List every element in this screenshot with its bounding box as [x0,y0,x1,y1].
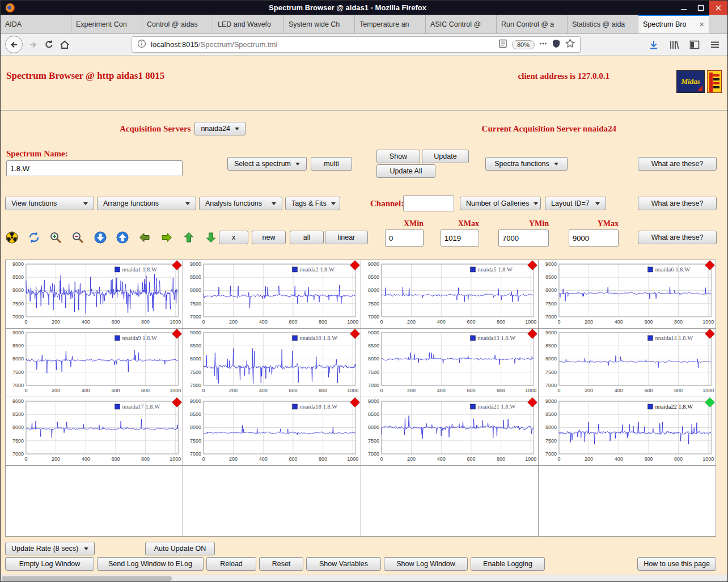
home-button[interactable] [57,37,73,53]
site-info-icon[interactable] [137,39,146,50]
browser-tab-statistics-aida[interactable]: Statistics @ aida [568,15,638,33]
tags-fits-dropdown[interactable]: Tags & Fits [285,197,340,210]
url-text[interactable]: localhost:8015/Spectrum/Spectrum.tml [151,40,494,49]
zoom-in-icon[interactable] [49,231,63,244]
spectrum-plot-nnaida1[interactable]: 7000750080008500900002004006008001000nna… [6,260,183,328]
show-log-window-button[interactable]: Show Log Window [384,557,468,571]
view-functions-dropdown[interactable]: View functions [5,197,94,210]
empty-log-window-button[interactable]: Empty Log Window [5,557,94,571]
update-rate-dropdown[interactable]: Update Rate (8 secs) [5,542,95,555]
update-all-button[interactable]: Update All [376,164,435,178]
download-icon[interactable] [646,37,662,53]
number-of-galleries-dropdown[interactable]: Number of Galleries [460,197,541,210]
browser-tab-run-control-a[interactable]: Run Control @ a [497,15,568,33]
browser-tab-asic-control[interactable]: ASIC Control @ [426,15,497,33]
refresh-icon[interactable] [27,231,41,244]
xmax-input[interactable] [441,230,479,247]
arrange-functions-dropdown[interactable]: Arrange functions [97,197,196,210]
spectrum-plot-nnaida22[interactable]: 7000750080008500900002004006008001000nna… [539,397,716,465]
new-button[interactable]: new [252,231,286,244]
page-actions-icon[interactable] [539,40,547,50]
browser-tab-temperature-an[interactable]: Temperature an [355,15,426,33]
shield-icon[interactable] [552,39,561,50]
svg-text:1000: 1000 [525,456,536,462]
ymin-input[interactable] [498,230,549,247]
what-are-these-button-3[interactable]: What are these? [638,231,717,244]
svg-text:400: 400 [437,319,445,325]
browser-tab-system-wide-ch[interactable]: System wide Ch [284,15,355,33]
forward-button[interactable] [25,37,41,53]
what-are-these-button-2[interactable]: What are these? [638,197,717,210]
svg-text:800: 800 [497,456,505,462]
maximize-icon[interactable] [692,1,709,15]
url-bar[interactable]: localhost:8015/Spectrum/Spectrum.tml 80% [132,36,581,53]
sidebar-toggle-icon[interactable] [687,37,702,53]
daq-logo[interactable] [707,70,722,93]
chevron-down-icon [84,547,88,550]
arrow-down-icon[interactable] [204,231,218,244]
spectrum-plot-nnaida9[interactable]: 7000750080008500900002004006008001000nna… [6,329,183,397]
close-icon[interactable] [709,1,727,15]
spectrum-plot-nnaida10[interactable]: 7000750080008500900002004006008001000nna… [183,329,360,397]
spectrum-plot-nnaida17[interactable]: 7000750080008500900002004006008001000nna… [6,397,183,465]
update-button[interactable]: Update [422,150,469,163]
spectra-functions-dropdown[interactable]: Spectra functions [485,157,568,171]
horizontal-scrollbar[interactable] [1,575,727,581]
spectrum-plot-nnaida18[interactable]: 7000750080008500900002004006008001000nna… [183,397,360,465]
arrow-left-icon[interactable] [138,231,151,244]
arrow-right-icon[interactable] [160,231,173,244]
linear-button[interactable]: linear [325,231,368,244]
midas-logo[interactable]: Midas [676,70,705,93]
reset-button[interactable]: Reset [259,557,303,571]
acquisition-server-select[interactable]: nnaida24 [194,122,245,135]
browser-tab-control-aidas[interactable]: Control @ aidas [142,15,213,33]
browser-tab-led-and-wavefo[interactable]: LED and Wavefo [213,15,284,33]
zoom-level-button[interactable]: 80% [512,40,535,49]
what-are-these-button-1[interactable]: What are these? [638,157,717,171]
spectrum-plot-nnaida2[interactable]: 7000750080008500900002004006008001000nna… [183,260,360,328]
spectrum-plot-nnaida21[interactable]: 7000750080008500900002004006008001000nna… [361,397,538,465]
ymax-input[interactable] [569,230,619,247]
arrow-up-icon[interactable] [182,231,196,244]
url-host: localhost:8015 [151,40,198,49]
all-button[interactable]: all [290,231,324,244]
show-button[interactable]: Show [376,150,420,163]
back-button[interactable] [5,36,23,53]
reload-page-button[interactable]: Reload [206,557,256,571]
how-to-use-button[interactable]: How to use this page [637,557,716,571]
send-log-to-elog-button[interactable]: Send Log Window to ELog [97,557,204,571]
library-icon[interactable] [666,37,682,53]
svg-text:nnaida18 1.8.W: nnaida18 1.8.W [300,403,338,410]
select-spectrum-dropdown[interactable]: Select a spectrum [227,157,307,171]
spectrum-plot-nnaida13[interactable]: 7000750080008500900002004006008001000nna… [361,329,538,397]
spectrum-plot-nnaida5[interactable]: 7000750080008500900002004006008001000nna… [361,260,538,328]
enable-logging-button[interactable]: Enable Logging [471,557,545,571]
zoom-out-icon[interactable] [71,231,85,244]
channel-input[interactable] [403,196,454,211]
circle-arrow-up-icon[interactable] [116,231,129,244]
spectrum-plot-nnaida14[interactable]: 7000750080008500900002004006008001000nna… [539,329,716,397]
x-axis-button[interactable]: x [219,231,248,244]
spectrum-name-input[interactable] [6,160,183,176]
menu-hamburger-icon[interactable] [707,37,723,53]
radiation-icon[interactable] [5,231,19,244]
browser-tab-spectrum-bro[interactable]: Spectrum Bro× [638,15,709,33]
layout-id-dropdown[interactable]: Layout ID=7 [545,197,606,210]
reload-button[interactable] [41,37,57,53]
auto-update-button[interactable]: Auto Update ON [145,542,215,555]
browser-tab-experiment-con[interactable]: Experiment Con [71,15,142,33]
scrollbar-thumb[interactable] [2,576,172,581]
tab-close-icon[interactable]: × [697,20,704,28]
analysis-functions-dropdown[interactable]: Analysis functions [199,197,282,210]
spectrum-plot-nnaida6[interactable]: 7000750080008500900002004006008001000nna… [539,260,716,328]
svg-text:200: 200 [585,319,593,325]
multi-button[interactable]: multi [311,157,352,171]
circle-arrow-down-icon[interactable] [94,231,107,244]
svg-text:0: 0 [380,319,383,325]
browser-tab-aida[interactable]: AIDA [1,15,71,33]
bookmark-star-icon[interactable] [565,39,575,50]
show-variables-button[interactable]: Show Variables [306,557,381,571]
reader-mode-icon[interactable] [498,39,507,50]
xmin-input[interactable] [385,230,424,247]
minimize-icon[interactable] [675,1,692,15]
